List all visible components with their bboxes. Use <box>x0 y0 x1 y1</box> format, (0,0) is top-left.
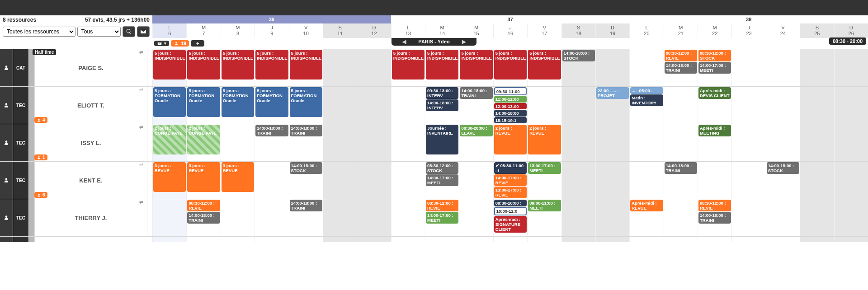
event[interactable]: 5 jours : FORMATION Oracle <box>187 87 220 117</box>
event[interactable]: 08:30-10:00 : <box>494 200 527 206</box>
conflict-badge[interactable]: 4 <box>34 117 47 123</box>
event[interactable]: 5 jours : FORMATION Oracle <box>255 87 288 117</box>
event[interactable]: 14:00-17:00 : MEETI <box>698 62 731 74</box>
day-cell[interactable] <box>766 87 800 124</box>
day-cell[interactable]: 5 jours : INDISPONIBLE <box>221 49 255 86</box>
week-header[interactable]: 36 <box>152 15 391 23</box>
day-cell[interactable] <box>391 162 425 199</box>
event[interactable]: ✔ 08:30-11:00 : I <box>494 162 527 174</box>
event[interactable]: 5 jours : INDISPONIBLE <box>290 50 322 80</box>
event[interactable]: 5 jours : FORMATION Oracle <box>290 87 322 117</box>
event[interactable]: 2 jours : REVUE <box>528 125 561 154</box>
event[interactable]: 08:30-12:00 : REVIE <box>698 200 731 211</box>
day-cell[interactable] <box>323 87 357 124</box>
event[interactable]: 2 jours : CONGÉ PAYÉ <box>187 125 220 154</box>
event[interactable]: 08:30-12:00 : REVIE <box>426 200 458 211</box>
event[interactable]: 14:00-18:00 : INTERV <box>426 99 458 111</box>
day-cell[interactable] <box>698 162 731 199</box>
day-cell[interactable]: 2 jours : CONGÉ PAYÉ <box>152 124 186 161</box>
day-cell[interactable] <box>493 237 527 242</box>
day-cell[interactable]: 14:00-18:00 : STOCK <box>766 162 800 199</box>
event[interactable]: Après-midi : MEETING <box>698 125 731 136</box>
day-cell[interactable] <box>629 237 663 242</box>
day-cell[interactable] <box>561 237 595 242</box>
event[interactable]: 5 jours : INDISPONIBLE <box>187 50 220 80</box>
day-cell[interactable]: 14:00-18:00 : TRAINI <box>255 124 288 161</box>
day-cell[interactable]: 08:30-12:00 : REVIE14:00-18:00 : TRAINI <box>698 199 731 236</box>
day-cell[interactable] <box>664 199 698 236</box>
day-cell[interactable] <box>834 199 868 236</box>
day-header[interactable]: L20 <box>629 23 663 38</box>
day-cell[interactable] <box>357 49 391 86</box>
event[interactable]: Après-midi : SIGNATURE CLIENT <box>494 216 527 233</box>
day-header[interactable]: L13 <box>391 23 425 38</box>
day-cell[interactable]: 5 jours : INDISPONIBLE <box>255 49 288 86</box>
day-cell[interactable] <box>255 162 288 199</box>
day-cell[interactable] <box>357 162 391 199</box>
day-cell[interactable] <box>595 199 629 236</box>
event[interactable]: 12:00-13:00 <box>494 103 527 109</box>
week-header[interactable]: 38 <box>629 15 868 23</box>
event[interactable]: 18:15-19:1 <box>494 117 527 123</box>
day-cell[interactable]: 5 jours : INDISPONIBLE <box>493 49 527 86</box>
event[interactable]: 5 jours : INDISPONIBLE <box>494 50 527 80</box>
day-cell[interactable] <box>766 49 800 86</box>
day-cell[interactable] <box>459 199 493 236</box>
event[interactable]: 09:30-11:00 <box>494 87 527 95</box>
day-header[interactable]: M15 <box>459 23 493 38</box>
day-header[interactable]: J23 <box>731 23 765 38</box>
day-cell[interactable]: 08:30-12:00 : REVIE14:00-18:00 : TRAINI <box>186 199 220 236</box>
event[interactable]: 11:00-12:00 <box>494 96 527 102</box>
day-header[interactable]: D26 <box>834 23 868 38</box>
day-cell[interactable] <box>255 199 288 236</box>
event[interactable]: 08:30-12:00 : REVIE <box>665 50 697 61</box>
event[interactable]: 5 jours : FORMATION Oracle <box>222 87 254 117</box>
day-cell[interactable] <box>731 199 765 236</box>
event[interactable]: 14:00-18:00 : TRAINI <box>290 125 322 136</box>
event[interactable]: 14:00-18:00 : TRAINI <box>665 62 697 74</box>
day-cell[interactable]: 14:00-18:00 : TRAINI <box>459 87 493 124</box>
day-cell[interactable]: 5 jours : INDISPONIBLE <box>152 49 186 86</box>
day-cell[interactable]: 22:00 - ... : PROJET <box>595 87 629 124</box>
event[interactable]: 5 jours : INDISPONIBLE <box>528 50 561 80</box>
event[interactable]: Journée : INVENTAIRE <box>426 125 458 154</box>
shuffle-icon[interactable] <box>139 50 143 55</box>
day-cell[interactable] <box>731 49 765 86</box>
resource-tag[interactable]: TEC <box>13 199 29 236</box>
day-cell[interactable] <box>152 237 186 242</box>
day-cell[interactable] <box>731 124 765 161</box>
resource-name[interactable]: KENT E. <box>35 162 147 199</box>
day-cell[interactable]: 3 jours : REVUE <box>152 162 186 199</box>
day-header[interactable]: V17 <box>527 23 561 38</box>
day-cell[interactable]: Journée : INVENTAIRE <box>425 124 459 161</box>
day-cell[interactable]: 5 jours : FORMATION Oracle <box>186 87 220 124</box>
day-cell[interactable] <box>664 87 698 124</box>
day-cell[interactable]: 5 jours : INDISPONIBLE <box>527 49 561 86</box>
person-icon[interactable] <box>0 162 13 199</box>
day-cell[interactable]: ✔ 08:30-11:00 : I14:00-17:00 : REVIE13:0… <box>493 162 527 199</box>
day-cell[interactable] <box>834 237 868 242</box>
event[interactable]: 14:00-18:00 : TRAINI <box>665 162 697 174</box>
day-cell[interactable] <box>629 124 663 161</box>
day-cell[interactable] <box>391 87 425 124</box>
day-cell[interactable] <box>527 87 561 124</box>
day-cell[interactable] <box>698 237 731 242</box>
event[interactable]: 2 jours : REVUE <box>494 125 527 154</box>
day-cell[interactable] <box>323 49 357 86</box>
event[interactable]: 14:00-17:00 : REVIE <box>494 174 527 186</box>
event[interactable]: 14:00-18:00 : TRAINI <box>698 212 731 224</box>
day-header[interactable]: J9 <box>255 23 288 38</box>
event[interactable]: Matin : INVENTORY <box>630 94 663 106</box>
day-cell[interactable] <box>629 162 663 199</box>
event[interactable]: Après-midi : REVUE <box>630 200 663 211</box>
week-header[interactable]: 37 <box>391 15 630 23</box>
day-cell[interactable] <box>731 237 765 242</box>
shuffle-icon[interactable] <box>139 125 143 130</box>
day-cell[interactable]: 08:30-10:00 :10:00-12:0Après-midi : SIGN… <box>493 199 527 236</box>
event[interactable]: Après-midi : DEVIS CLIENT <box>698 87 731 99</box>
event[interactable]: 5 jours : INDISPONIBLE <box>392 50 425 80</box>
event[interactable]: 14:00-17:00 : MEETI <box>426 212 458 224</box>
day-header[interactable]: S11 <box>323 23 357 38</box>
day-cell[interactable] <box>800 199 834 236</box>
day-cell[interactable]: 3 jours : REVUE <box>186 162 220 199</box>
